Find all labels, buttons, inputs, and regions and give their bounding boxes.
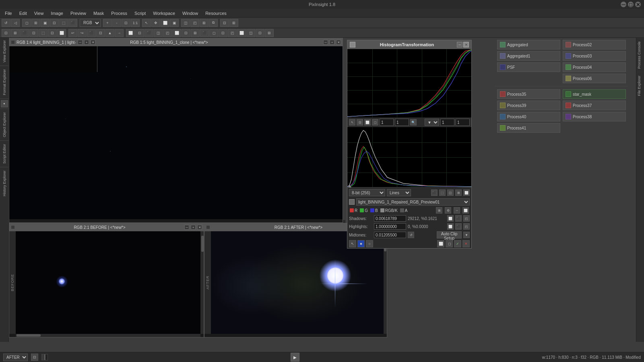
hist-shadows-btn1[interactable]: ⬜	[447, 215, 454, 222]
right-tab-file[interactable]: File Explorer	[636, 72, 644, 99]
color-swatch-1[interactable]	[41, 354, 48, 360]
tb2-27[interactable]: ⊞	[265, 29, 274, 37]
menu-edit[interactable]: Edit	[16, 10, 30, 16]
tb2-7[interactable]: ⬜	[57, 29, 66, 37]
hist-ch-btn3[interactable]: ↔	[454, 207, 460, 214]
hist-ctrl-2[interactable]: ⊡	[357, 119, 363, 125]
tb-zoom-out[interactable]: -	[112, 19, 121, 27]
sidebar-format-explorer[interactable]: Format Explorer	[2, 67, 7, 98]
menu-preview[interactable]: Preview	[67, 10, 89, 16]
right-tab-process[interactable]: Process Console	[636, 38, 644, 72]
play-button[interactable]: ▶	[291, 353, 299, 362]
status-icon-btn[interactable]: ⊡	[31, 354, 38, 361]
hist-ctrl-4[interactable]: ◻	[372, 119, 378, 125]
tb2-14[interactable]: ⬛	[144, 29, 153, 37]
minimize-button[interactable]: ─	[621, 2, 626, 7]
menu-file[interactable]: File	[2, 10, 15, 16]
tb2-25[interactable]: ◫	[246, 29, 255, 37]
tb-zoom-rect[interactable]: ⬜	[161, 19, 169, 27]
win-minimize-before[interactable]: ─	[184, 225, 189, 230]
menu-resources[interactable]: Resources	[202, 10, 230, 16]
tb-preview3[interactable]: ⊞	[200, 19, 208, 27]
hist-view-select[interactable]: ▼	[425, 119, 439, 126]
tb2-26[interactable]: ⊡	[256, 29, 264, 37]
tb2-9[interactable]: ⊡	[96, 29, 105, 37]
tb2-24[interactable]: ⬜	[237, 29, 246, 37]
channel-G[interactable]: G	[360, 208, 368, 213]
hist-input-2[interactable]	[395, 119, 409, 126]
tb2-3[interactable]: ⬛	[20, 29, 29, 37]
tb2-6[interactable]: ⊡	[48, 29, 57, 37]
tb-preview2[interactable]: ◰	[190, 19, 199, 27]
tb-align2[interactable]: ⊞	[229, 19, 238, 27]
tb-new[interactable]: ↺	[2, 19, 10, 27]
histogram-header[interactable]: HistogramTransformation ─ ✕	[347, 40, 471, 49]
hist-highlights-btn1[interactable]: ⬜	[447, 223, 454, 230]
hist-mode-3[interactable]: ◫	[447, 189, 454, 196]
channel-RGBK[interactable]: RGB/K	[380, 208, 398, 213]
tb-pan[interactable]: ✥	[151, 19, 160, 27]
hist-ch-btn4[interactable]: ⬜	[462, 207, 469, 214]
sidebar-view-explorer[interactable]: View Explorer	[2, 38, 7, 65]
channel-A[interactable]: A	[400, 208, 408, 213]
tb2-16[interactable]: ◰	[163, 29, 172, 37]
tb2-1[interactable]: ⊡	[2, 29, 10, 37]
tb2-21[interactable]: ◻	[209, 29, 218, 37]
sidebar-object-explorer[interactable]: Object Explorer	[2, 110, 7, 140]
process06-item[interactable]: Process06	[563, 74, 626, 83]
process04-item[interactable]: Process04	[563, 62, 626, 72]
hist-input-3[interactable]	[440, 119, 454, 126]
process38-item[interactable]: Process38	[563, 112, 626, 121]
tb2-19[interactable]: ⊞	[191, 29, 200, 37]
psf-item[interactable]: PSF	[497, 62, 560, 72]
hist-ch-btn2[interactable]: ⚙	[445, 207, 451, 214]
channel-select[interactable]: RGB R G B	[80, 19, 101, 27]
tb2-10[interactable]: ▲	[105, 29, 114, 37]
tb-zoom-1[interactable]: 1:1	[131, 19, 140, 27]
hist-shadows-input[interactable]	[374, 215, 406, 222]
menu-workspace[interactable]: Workspace	[150, 10, 178, 16]
tb2-undo[interactable]: ↩	[68, 29, 77, 37]
hist-close[interactable]: ✕	[463, 42, 469, 47]
star-mask-item[interactable]: star_mask	[563, 89, 626, 99]
hist-ch-btn1[interactable]: ⊞	[436, 207, 442, 214]
tb2-redo[interactable]: ↪	[78, 29, 87, 37]
menu-view[interactable]: View	[31, 10, 47, 16]
hist-bitdepth-select[interactable]: 8-bit (256)	[349, 189, 385, 196]
hist-action-2[interactable]: ■	[357, 240, 365, 247]
menu-mask[interactable]: Mask	[90, 10, 107, 16]
hist-minimize[interactable]: ─	[457, 42, 462, 47]
hist-action-1[interactable]: ↖	[349, 240, 356, 247]
tb2-2[interactable]: ⊞	[11, 29, 20, 37]
sidebar-history-explorer[interactable]: History Explorer	[2, 168, 7, 199]
aggregated-item[interactable]: Aggregated	[497, 40, 560, 49]
hist-midtones-reset[interactable]: ↺	[408, 232, 414, 238]
tb-undo[interactable]: ⬚	[59, 19, 68, 27]
view-mode-select[interactable]: AFTER	[3, 354, 28, 361]
hist-ctrl-3[interactable]: ⬜	[364, 119, 371, 125]
menu-window[interactable]: Window	[179, 10, 201, 16]
channel-B[interactable]: B	[370, 208, 378, 213]
hist-action-5[interactable]: ◻	[446, 240, 453, 247]
win-minimize-2[interactable]: ─	[323, 40, 328, 45]
tb-zoom-in[interactable]: +	[103, 19, 112, 27]
channel-R[interactable]: R	[350, 208, 357, 213]
hist-mode-1[interactable]: ⬛	[431, 189, 438, 196]
tb-save[interactable]: ◻	[22, 19, 31, 27]
hist-cancel[interactable]: ✕	[462, 240, 470, 247]
hist-midtones-down[interactable]: ▼	[463, 232, 470, 238]
hist-action-3[interactable]: ○	[366, 240, 373, 247]
hist-highlights-btn2[interactable]: ⬛	[455, 223, 462, 230]
tb2-20[interactable]: ⬛	[200, 29, 209, 37]
win-close[interactable]: ✕	[91, 40, 95, 45]
menu-process[interactable]: Process	[108, 10, 130, 16]
menu-image[interactable]: Image	[47, 10, 66, 16]
process03-item[interactable]: Process03	[563, 51, 626, 61]
win-close-before[interactable]: ✕	[197, 225, 202, 230]
before-scrollbar-h[interactable]	[16, 334, 200, 337]
hist-midtones-input[interactable]	[374, 232, 406, 238]
hist-mode-2[interactable]: ⬚	[439, 189, 446, 196]
sidebar-icon-1[interactable]: ●	[1, 100, 8, 107]
tb-close[interactable]: ▣	[41, 19, 50, 27]
tb2-15[interactable]: ◫	[154, 29, 163, 37]
